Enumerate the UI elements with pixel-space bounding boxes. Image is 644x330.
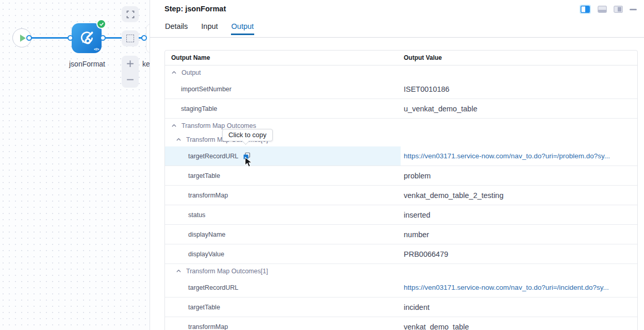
table-header: Output Name Output Value [165,51,637,65]
chevron-up-icon[interactable] [176,268,181,274]
tab-input[interactable]: Input [201,21,218,35]
table-row: targetRecordURLhttps://ven03171.service-… [165,146,637,166]
output-value-link[interactable]: https://ven03171.service-now.com/nav_to.… [404,152,610,160]
right-panel-button[interactable] [614,6,623,13]
minimize-icon [630,9,637,10]
marquee-select-button[interactable] [122,30,139,46]
copy-button[interactable] [243,152,251,160]
output-value-cell: u_venkat_demo_table [401,99,637,118]
column-header-output-name: Output Name [165,51,401,65]
connector-port[interactable] [26,35,32,41]
output-name: targetRecordURL [188,153,238,160]
output-name-cell: targetTable [165,166,401,185]
code-badge-icon: </> [94,47,99,52]
output-name-cell: displayName [165,225,401,244]
success-check-icon [96,19,106,29]
table-row: displayValuePRB0066479 [165,244,637,264]
step-detail-panel: Step: jsonFormat [150,0,644,330]
table-row: displayNamenumber [165,225,637,244]
copy-tooltip-text: Click to copy [228,131,267,139]
zoom-out-button[interactable] [122,72,139,88]
panel-tabs: DetailsInputOutput [150,21,644,38]
flow-designer-app: </> jsonFormat ke [0,0,644,330]
section-label: Output [181,69,201,76]
output-name: transformMap [188,323,228,330]
output-value: venkat_demo_table [404,323,469,330]
fit-to-screen-button[interactable] [122,6,139,22]
table-row: targetTableproblem [165,166,637,186]
output-name: displayValue [188,251,224,258]
panel-layout-controls [580,5,637,14]
section-label: Transform Map Outcomes [181,122,256,129]
tab-details[interactable]: Details [164,21,188,35]
tab-output[interactable]: Output [231,21,255,35]
output-value: inserted [404,211,431,219]
section-label: Transform Map Outcomes[1] [186,268,268,275]
panel-header: Step: jsonFormat [150,0,644,21]
table-row: targetRecordURLhttps://ven03171.service-… [165,278,637,298]
output-value: incident [404,303,430,311]
output-value: venkat_demo_table_2_testing [404,191,503,200]
step-node-label: jsonFormat [56,60,118,68]
zoom-in-button[interactable] [122,56,139,72]
output-table: Output Name Output Value OutputimportSet… [164,50,638,330]
bottom-panel-icon [598,6,607,13]
output-value-link[interactable]: https://ven03171.service-now.com/nav_to.… [404,284,609,291]
output-table-body: OutputimportSetNumberISET0010186stagingT… [165,65,637,330]
output-name-cell: transformMap [165,186,401,205]
chevron-up-icon[interactable] [171,123,177,128]
output-value-cell: venkat_demo_table_2_testing [401,186,637,205]
output-name: transformMap [188,192,228,199]
bottom-panel-button[interactable] [598,6,607,13]
output-value-cell: ISET0010186 [401,79,637,98]
output-name-cell: importSetNumber [165,79,401,98]
section-header[interactable]: Transform Map Outcomes[1] [165,264,637,278]
output-value-cell: incident [401,298,637,317]
section-header[interactable]: Output [165,65,637,79]
output-name: status [188,211,205,219]
output-name-cell: status [165,205,401,224]
table-row: importSetNumberISET0010186 [165,79,637,99]
table-row: statusinserted [165,205,637,225]
zoom-out-icon [126,75,135,84]
right-panel-icon [614,6,623,13]
chevron-up-icon[interactable] [176,137,181,142]
table-row: transformMapvenkat_demo_table [165,317,637,330]
output-name-cell: stagingTable [165,99,401,118]
connector-port[interactable] [141,35,147,41]
output-name: importSetNumber [181,86,232,93]
panel-content: Output Name Output Value OutputimportSet… [150,38,644,330]
output-value: u_venkat_demo_table [404,105,477,113]
connector-port[interactable] [100,35,106,41]
fit-to-screen-icon [126,10,135,19]
zoom-in-icon [126,59,135,68]
zoom-controls [122,56,139,88]
marquee-select-icon [126,35,134,42]
output-name: targetTable [188,304,220,311]
output-value: PRB0066479 [404,250,448,258]
chevron-up-icon[interactable] [171,70,177,75]
output-name: targetRecordURL [188,284,238,291]
copy-tooltip: Click to copy [222,129,273,141]
output-value-cell: https://ven03171.service-now.com/nav_to.… [401,146,637,166]
output-value: problem [404,172,431,180]
output-name: displayName [188,231,225,238]
output-name: stagingTable [181,105,217,112]
output-name-cell: transformMap [165,317,401,330]
output-name-cell: targetTable [165,298,401,317]
output-value: number [404,230,429,239]
step-node-jsonformat[interactable]: </> [72,23,102,53]
flow-canvas[interactable]: </> jsonFormat ke [0,0,150,330]
output-value-cell: number [401,225,637,244]
copy-icon [243,152,251,160]
output-name: targetTable [188,172,220,179]
connector-port[interactable] [68,35,73,41]
minimize-panel-button[interactable] [630,9,637,10]
play-icon [20,35,26,42]
split-view-button[interactable] [580,5,591,14]
output-value-cell: https://ven03171.service-now.com/nav_to.… [401,278,637,297]
json-transform-icon [77,29,96,47]
table-row: transformMapvenkat_demo_table_2_testing [165,186,637,205]
output-value-cell: PRB0066479 [401,244,637,263]
table-row: stagingTableu_venkat_demo_table [165,99,637,119]
